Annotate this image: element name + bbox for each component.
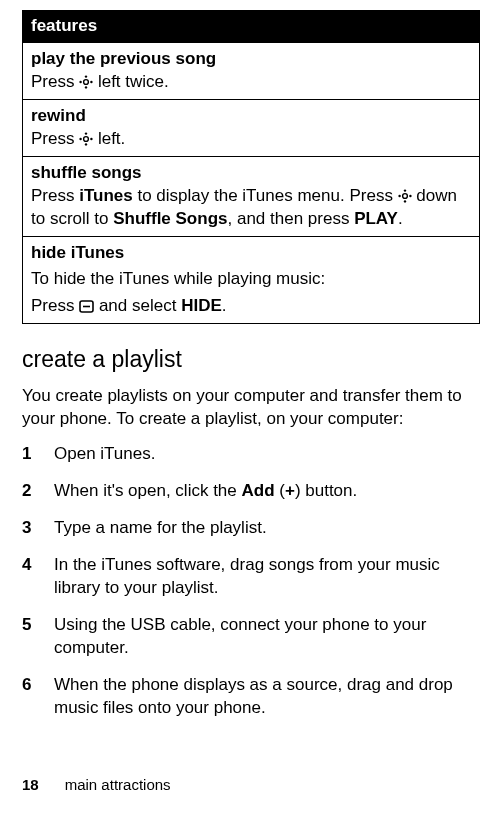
nav-key-icon [79, 75, 93, 89]
features-table: features play the previous song Press le… [22, 10, 480, 324]
table-row: hide iTunes To hide the iTunes while pla… [23, 236, 480, 324]
list-item: Open iTunes. [22, 443, 480, 466]
row-body: Press left. [31, 128, 471, 151]
svg-point-7 [85, 143, 87, 145]
section-heading: create a playlist [22, 346, 480, 373]
nav-key-icon [398, 189, 412, 203]
svg-point-8 [80, 138, 82, 140]
steps-list: Open iTunes. When it's open, click the A… [22, 443, 480, 719]
row-body: Press iTunes to display the iTunes menu.… [31, 185, 471, 231]
list-item: When it's open, click the Add (+) button… [22, 480, 480, 503]
table-header-row: features [23, 11, 480, 43]
menu-key-icon [79, 300, 94, 313]
row-title: play the previous song [31, 48, 471, 71]
svg-point-10 [402, 193, 407, 198]
svg-point-13 [398, 194, 400, 196]
svg-point-12 [403, 200, 405, 202]
svg-point-2 [85, 86, 87, 88]
list-item: When the phone displays as a source, dra… [22, 674, 480, 720]
svg-point-11 [403, 189, 405, 191]
intro-paragraph: You create playlists on your computer an… [22, 385, 480, 431]
svg-point-0 [84, 79, 89, 84]
svg-point-5 [84, 136, 89, 141]
table-header: features [23, 11, 480, 43]
list-item: Using the USB cable, connect your phone … [22, 614, 480, 660]
row-body: Press and select HIDE. [31, 295, 471, 318]
row-title: hide iTunes [31, 242, 471, 265]
nav-key-icon [79, 132, 93, 146]
table-row: rewind Press left. [23, 99, 480, 156]
page-number: 18 [22, 776, 39, 793]
list-item: In the iTunes software, drag songs from … [22, 554, 480, 600]
footer-section: main attractions [65, 776, 171, 793]
row-title: shuffle songs [31, 162, 471, 185]
svg-point-3 [80, 81, 82, 83]
list-item: Type a name for the playlist. [22, 517, 480, 540]
svg-point-1 [85, 75, 87, 77]
svg-point-6 [85, 132, 87, 134]
row-intro: To hide the iTunes while playing music: [31, 268, 471, 291]
row-title: rewind [31, 105, 471, 128]
row-body: Press left twice. [31, 71, 471, 94]
table-row: shuffle songs Press iTunes to display th… [23, 156, 480, 236]
page-footer: 18main attractions [22, 776, 171, 793]
table-row: play the previous song Press left twice. [23, 42, 480, 99]
